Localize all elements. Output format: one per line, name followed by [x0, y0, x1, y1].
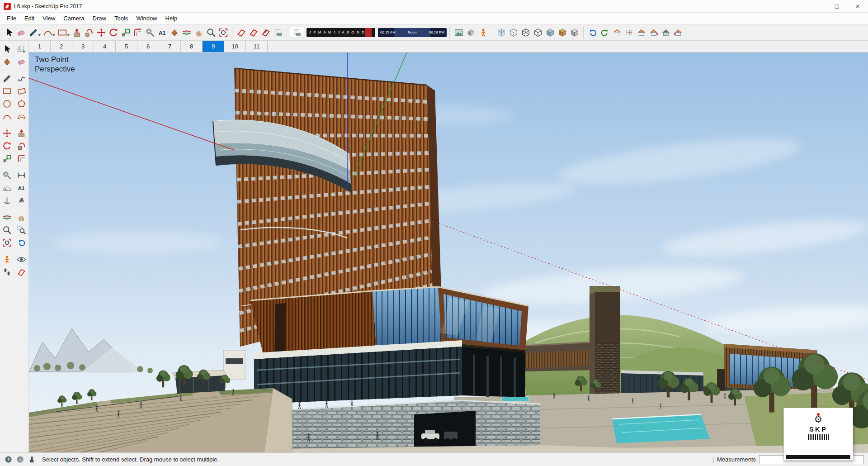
tape-measure-tool-button[interactable]	[1, 169, 14, 181]
top-view-tool-button[interactable]	[623, 26, 635, 39]
menu-view[interactable]: View	[38, 13, 59, 24]
eraser-tool-button[interactable]	[15, 56, 28, 67]
push-pull-tool-button[interactable]	[71, 26, 83, 39]
scene-tab-8[interactable]: 8	[181, 41, 203, 52]
paint-bucket-tool-button[interactable]	[1, 56, 14, 67]
shadow-date-slider[interactable]: J F M A M J J A S O N D	[307, 28, 375, 37]
section-plane-tool-button[interactable]	[235, 26, 247, 39]
orbit-tool-button[interactable]	[1, 211, 14, 223]
rectangle-tool-button[interactable]	[1, 85, 14, 97]
iso-view-tool-button[interactable]	[611, 26, 623, 39]
right-view-tool-button[interactable]	[647, 26, 660, 39]
3d-text-tool-button[interactable]	[15, 195, 28, 206]
arc-dropdown-arrow[interactable]	[52, 34, 55, 36]
display-section-planes-tool-button[interactable]	[247, 26, 259, 39]
x-ray-tool-button[interactable]	[495, 26, 507, 39]
tape-measure-tool-button[interactable]	[144, 26, 156, 39]
position-camera-tool-button[interactable]	[477, 26, 489, 39]
scene-tab-3[interactable]: 3	[72, 41, 94, 52]
back-edges-tool-button[interactable]	[507, 26, 519, 39]
zoom-window-tool-button[interactable]	[15, 224, 28, 236]
titlebar[interactable]: L6.skp - SketchUp Pro 2017 – □ ×	[0, 0, 868, 13]
close-button[interactable]: ×	[847, 0, 868, 12]
match-photo-tool-button[interactable]	[453, 26, 465, 39]
minimize-button[interactable]: –	[806, 0, 826, 12]
line-tool-button[interactable]	[27, 26, 39, 39]
paint-bucket-tool-button[interactable]	[168, 26, 180, 39]
line-dropdown-arrow[interactable]	[38, 34, 41, 36]
move-tool-button[interactable]	[95, 26, 107, 39]
rectangle-tool-button[interactable]	[56, 26, 68, 39]
push-pull-tool-button[interactable]	[15, 127, 28, 139]
pan-tool-button[interactable]	[193, 26, 205, 39]
text-tool-button[interactable]	[156, 26, 168, 39]
move-tool-button[interactable]	[1, 127, 14, 139]
previous-view-tool-button[interactable]	[586, 26, 599, 39]
select-tool-button[interactable]	[3, 26, 15, 39]
rotate-tool-button[interactable]	[107, 26, 119, 39]
scale-tool-button[interactable]	[1, 152, 14, 164]
menu-tools[interactable]: Tools	[110, 13, 132, 24]
menu-help[interactable]: Help	[161, 13, 182, 24]
select-tool-button[interactable]	[1, 43, 14, 55]
scene-tab-7[interactable]: 7	[159, 41, 181, 52]
scene-tab-4[interactable]: 4	[94, 41, 116, 52]
scene-tab-1[interactable]: 1	[29, 41, 51, 52]
scene-tab-6[interactable]: 6	[137, 41, 159, 52]
next-view-tool-button[interactable]	[599, 26, 611, 39]
geo-person-icon[interactable]	[28, 455, 36, 464]
walk-tool-button[interactable]	[1, 266, 14, 278]
menu-window[interactable]: Window	[132, 13, 161, 24]
zoom-extents-tool-button[interactable]	[217, 26, 229, 39]
scale-tool-button[interactable]	[119, 26, 132, 39]
menu-draw[interactable]: Draw	[89, 13, 110, 24]
back-view-tool-button[interactable]	[660, 26, 672, 39]
hidden-line-tool-button[interactable]	[532, 26, 544, 39]
eraser-tool-button[interactable]	[15, 26, 27, 39]
shadow-time-slider[interactable]: 06:15 AM Noon 06:18 PM	[378, 28, 447, 37]
rectangle-dropdown-arrow[interactable]	[67, 34, 70, 36]
previous-view-tool-button[interactable]	[15, 237, 28, 248]
monochrome-tool-button[interactable]	[568, 26, 580, 39]
pan-tool-button[interactable]	[15, 211, 28, 223]
make-component-tool-button[interactable]	[15, 43, 28, 55]
follow-me-tool-button[interactable]	[15, 140, 28, 152]
menu-file[interactable]: File	[3, 13, 20, 24]
protractor-tool-button[interactable]	[1, 182, 14, 194]
section-plane-tool-button[interactable]	[15, 266, 28, 278]
follow-me-tool-button[interactable]	[83, 26, 95, 39]
scene-tab-11[interactable]: 11	[246, 41, 268, 52]
dimension-tool-button[interactable]	[15, 169, 28, 181]
text-tool-button[interactable]	[15, 182, 28, 194]
menu-edit[interactable]: Edit	[20, 13, 38, 24]
position-camera-tool-button[interactable]	[1, 253, 14, 265]
rotated-rectangle-tool-button[interactable]	[15, 85, 28, 97]
zoom-extents-tool-button[interactable]	[1, 237, 14, 248]
orbit-tool-button[interactable]	[180, 26, 193, 39]
shaded-with-textures-tool-button[interactable]	[556, 26, 568, 39]
shaded-tool-button[interactable]	[544, 26, 556, 39]
look-around-tool-button[interactable]	[15, 253, 28, 265]
viewport-3d[interactable]: Two Point Perspective	[29, 52, 868, 452]
scene-tab-9[interactable]: 9	[203, 41, 224, 52]
pie-tool-button[interactable]	[15, 110, 28, 122]
arc-tool-button[interactable]	[1, 110, 14, 122]
offset-tool-button[interactable]	[132, 26, 144, 39]
line-tool-button[interactable]	[1, 72, 14, 84]
left-view-tool-button[interactable]	[672, 26, 684, 39]
offset-tool-button[interactable]	[15, 152, 28, 164]
menu-camera[interactable]: Camera	[59, 13, 88, 24]
scene-tab-2[interactable]: 2	[51, 41, 72, 52]
rotate-tool-button[interactable]	[1, 140, 14, 152]
help-icon[interactable]	[4, 455, 13, 464]
shadows-toggle-button[interactable]	[290, 27, 304, 38]
axes-tool-button[interactable]	[1, 195, 14, 206]
front-view-tool-button[interactable]	[635, 26, 647, 39]
scene-tab-10[interactable]: 10	[224, 41, 246, 52]
polygon-tool-button[interactable]	[15, 98, 28, 109]
shadows-dialog-tool-button[interactable]	[272, 26, 284, 39]
freehand-tool-button[interactable]	[15, 72, 28, 84]
arc-tool-button[interactable]	[42, 26, 54, 39]
circle-tool-button[interactable]	[1, 98, 14, 109]
maximize-button[interactable]: □	[826, 0, 847, 12]
